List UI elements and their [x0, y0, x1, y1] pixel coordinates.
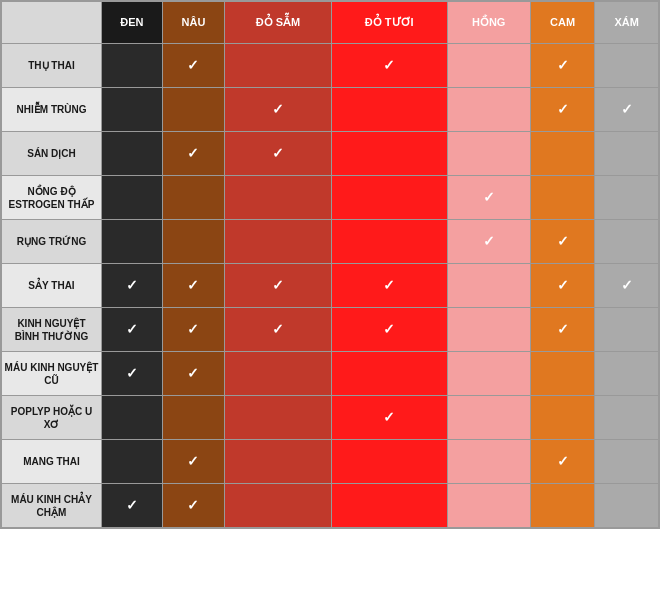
checkmark-icon: ✓ — [557, 453, 569, 469]
header-col-nâu: NÂU — [162, 2, 224, 44]
table-cell — [447, 132, 530, 176]
table-row: KINH NGUYỆT BÌNH THƯỜNG✓✓✓✓✓ — [2, 308, 659, 352]
checkmark-icon: ✓ — [126, 321, 138, 337]
table-cell: ✓ — [225, 132, 332, 176]
table-cell — [225, 396, 332, 440]
table-body: THỤ THAI✓✓✓NHIỄM TRÙNG✓✓✓SÁN DỊCH✓✓NỒNG … — [2, 44, 659, 528]
table-cell — [447, 352, 530, 396]
table-cell — [595, 308, 659, 352]
header-col-đen: ĐEN — [102, 2, 163, 44]
row-label: MANG THAI — [2, 440, 102, 484]
row-label: KINH NGUYỆT BÌNH THƯỜNG — [2, 308, 102, 352]
header-col-hồng: HỒNG — [447, 2, 530, 44]
table-cell: ✓ — [162, 44, 224, 88]
table-cell: ✓ — [530, 308, 595, 352]
checkmark-icon: ✓ — [557, 321, 569, 337]
table-cell — [331, 352, 447, 396]
table-cell: ✓ — [162, 264, 224, 308]
row-label: POPLYP HOẶC U XƠ — [2, 396, 102, 440]
checkmark-icon: ✓ — [187, 365, 199, 381]
row-label: SÁN DỊCH — [2, 132, 102, 176]
checkmark-icon: ✓ — [187, 453, 199, 469]
table-cell — [595, 440, 659, 484]
table-cell: ✓ — [225, 264, 332, 308]
row-label: SẢY THAI — [2, 264, 102, 308]
header-col-đỏ-sẫm: ĐỎ SẪM — [225, 2, 332, 44]
table-row: SÁN DỊCH✓✓ — [2, 132, 659, 176]
table-row: NHIỄM TRÙNG✓✓✓ — [2, 88, 659, 132]
checkmark-icon: ✓ — [383, 321, 395, 337]
table-cell: ✓ — [162, 308, 224, 352]
table-cell: ✓ — [530, 264, 595, 308]
checkmark-icon: ✓ — [272, 145, 284, 161]
table-cell: ✓ — [530, 220, 595, 264]
table-cell: ✓ — [162, 132, 224, 176]
checkmark-icon: ✓ — [383, 57, 395, 73]
table-cell: ✓ — [225, 88, 332, 132]
table-cell: ✓ — [331, 44, 447, 88]
table-cell — [331, 440, 447, 484]
table-cell: ✓ — [162, 484, 224, 528]
table-cell — [225, 44, 332, 88]
table-row: MÁU KINH CHẢY CHẬM✓✓ — [2, 484, 659, 528]
table-cell — [530, 132, 595, 176]
table-cell: ✓ — [530, 44, 595, 88]
table-cell — [162, 176, 224, 220]
checkmark-icon: ✓ — [272, 321, 284, 337]
table-cell: ✓ — [102, 264, 163, 308]
table-cell — [331, 132, 447, 176]
table-cell — [331, 176, 447, 220]
checkmark-icon: ✓ — [621, 277, 633, 293]
table-cell — [447, 264, 530, 308]
table-row: MANG THAI✓✓ — [2, 440, 659, 484]
table-cell: ✓ — [530, 440, 595, 484]
table-cell — [595, 220, 659, 264]
table-cell — [595, 132, 659, 176]
checkmark-icon: ✓ — [557, 233, 569, 249]
table-cell — [595, 176, 659, 220]
table-cell — [447, 396, 530, 440]
table-cell — [530, 176, 595, 220]
table-cell — [162, 88, 224, 132]
header-col-xám: XÁM — [595, 2, 659, 44]
table-row: POPLYP HOẶC U XƠ✓ — [2, 396, 659, 440]
header-col-cam: CAM — [530, 2, 595, 44]
table-cell — [225, 484, 332, 528]
checkmark-icon: ✓ — [621, 101, 633, 117]
header-row: ĐENNÂUĐỎ SẪMĐỎ TƯƠIHỒNGCAMXÁM — [2, 2, 659, 44]
table-row: RỤNG TRỨNG✓✓ — [2, 220, 659, 264]
table-cell — [447, 484, 530, 528]
table-cell: ✓ — [225, 308, 332, 352]
menstrual-color-table: ĐENNÂUĐỎ SẪMĐỎ TƯƠIHỒNGCAMXÁM THỤ THAI✓✓… — [1, 1, 659, 528]
table-cell: ✓ — [162, 440, 224, 484]
table-cell — [447, 308, 530, 352]
checkmark-icon: ✓ — [126, 365, 138, 381]
checkmark-icon: ✓ — [187, 277, 199, 293]
table-cell: ✓ — [447, 220, 530, 264]
table-cell — [102, 440, 163, 484]
table-cell: ✓ — [530, 88, 595, 132]
table-cell — [102, 132, 163, 176]
row-label: THỤ THAI — [2, 44, 102, 88]
table-cell — [225, 440, 332, 484]
checkmark-icon: ✓ — [126, 497, 138, 513]
table-cell: ✓ — [102, 484, 163, 528]
table-cell: ✓ — [331, 308, 447, 352]
table-cell — [225, 176, 332, 220]
header-label-col — [2, 2, 102, 44]
header-col-đỏ-tươi: ĐỎ TƯƠI — [331, 2, 447, 44]
checkmark-icon: ✓ — [272, 277, 284, 293]
table-cell — [595, 484, 659, 528]
table-cell — [102, 44, 163, 88]
row-label: RỤNG TRỨNG — [2, 220, 102, 264]
row-label: MÁU KINH CHẢY CHẬM — [2, 484, 102, 528]
color-table-wrapper: ĐENNÂUĐỎ SẪMĐỎ TƯƠIHỒNGCAMXÁM THỤ THAI✓✓… — [0, 0, 660, 529]
table-cell — [331, 220, 447, 264]
table-cell — [102, 220, 163, 264]
table-cell — [102, 396, 163, 440]
table-cell — [225, 220, 332, 264]
table-cell — [530, 396, 595, 440]
table-cell — [162, 396, 224, 440]
checkmark-icon: ✓ — [557, 277, 569, 293]
table-cell — [331, 88, 447, 132]
